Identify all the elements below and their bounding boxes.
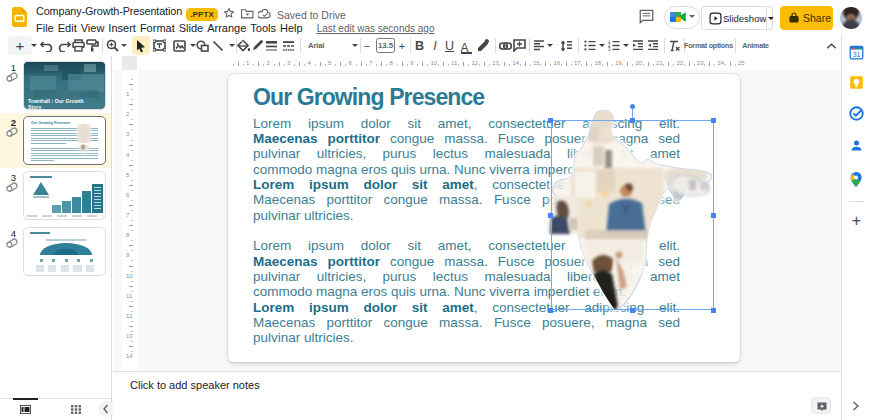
svg-text:3: 3 [608,47,611,51]
svg-text:31: 31 [853,51,861,58]
